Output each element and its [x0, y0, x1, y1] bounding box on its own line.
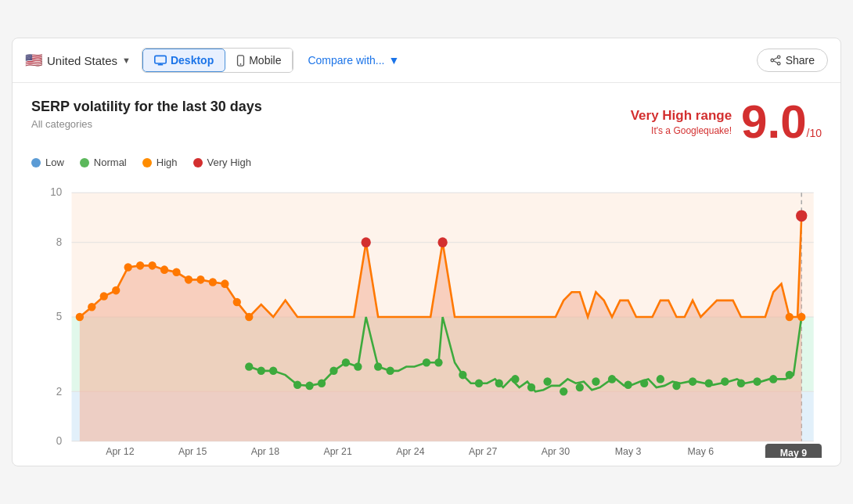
mobile-button[interactable]: Mobile — [225, 49, 293, 72]
score-denom: /10 — [807, 127, 822, 139]
desktop-icon — [154, 55, 167, 66]
legend-normal: Normal — [80, 157, 127, 168]
svg-point-26 — [88, 303, 95, 311]
svg-point-27 — [100, 292, 108, 301]
desktop-button[interactable]: Desktop — [142, 49, 225, 72]
mobile-icon — [236, 55, 245, 67]
volatility-score: Very High range It's a Googlequake! 9.0 … — [631, 99, 822, 146]
svg-point-30 — [136, 261, 144, 270]
svg-text:8: 8 — [56, 236, 62, 248]
svg-point-65 — [608, 375, 616, 383]
score-range: Very High range — [631, 108, 732, 124]
svg-point-44 — [257, 367, 265, 376]
svg-point-29 — [124, 263, 132, 272]
svg-point-59 — [511, 375, 519, 383]
svg-point-39 — [245, 313, 253, 322]
svg-point-36 — [209, 278, 217, 286]
svg-point-55 — [434, 358, 442, 367]
svg-point-33 — [172, 268, 180, 277]
veryhigh-dot — [193, 158, 203, 167]
svg-text:0: 0 — [56, 435, 63, 447]
svg-point-5 — [777, 56, 780, 59]
svg-point-50 — [342, 358, 350, 367]
svg-point-43 — [245, 362, 253, 371]
legend-high-label: High — [157, 157, 178, 168]
country-name: United States — [47, 54, 117, 67]
svg-point-40 — [362, 237, 371, 247]
svg-point-63 — [576, 383, 584, 392]
score-desc: It's a Googlequake! — [631, 125, 732, 136]
svg-text:Apr 18: Apr 18 — [251, 446, 279, 457]
svg-point-62 — [560, 387, 567, 396]
svg-point-37 — [221, 279, 229, 288]
svg-point-34 — [185, 275, 193, 284]
svg-line-9 — [773, 61, 777, 63]
svg-point-51 — [354, 362, 362, 371]
svg-point-76 — [786, 371, 794, 380]
svg-point-31 — [148, 261, 156, 270]
svg-point-38 — [233, 298, 241, 307]
svg-point-66 — [624, 381, 632, 390]
svg-point-46 — [293, 381, 301, 390]
chart-legend: Low Normal High Very High — [31, 157, 822, 168]
legend-veryhigh: Very High — [193, 157, 251, 168]
svg-point-60 — [527, 383, 535, 392]
svg-point-74 — [753, 377, 761, 386]
chart-header: SERP volatility for the last 30 days All… — [31, 99, 822, 146]
mobile-label: Mobile — [249, 54, 281, 67]
legend-normal-label: Normal — [94, 157, 127, 168]
svg-point-78 — [797, 313, 805, 322]
flag-icon: 🇺🇸 — [25, 52, 42, 69]
chart-container: 10 8 5 2 0 — [31, 176, 822, 458]
normal-dot — [80, 158, 89, 167]
svg-text:2: 2 — [56, 385, 62, 397]
svg-point-73 — [737, 379, 745, 387]
share-button[interactable]: Share — [757, 49, 828, 72]
svg-text:Apr 12: Apr 12 — [106, 446, 134, 457]
compare-button[interactable]: Compare with... ▼ — [308, 54, 399, 67]
svg-point-61 — [543, 377, 551, 386]
svg-point-41 — [437, 237, 447, 247]
svg-text:May 6: May 6 — [688, 446, 714, 457]
svg-point-32 — [160, 265, 168, 274]
chevron-compare-icon: ▼ — [388, 54, 399, 67]
chart-svg: 10 8 5 2 0 — [31, 176, 822, 458]
high-dot — [142, 158, 152, 167]
country-selector[interactable]: 🇺🇸 United States ▼ — [25, 52, 131, 69]
svg-point-42 — [796, 210, 807, 221]
svg-point-69 — [672, 382, 680, 391]
device-group: Desktop Mobile — [142, 48, 293, 73]
svg-text:Apr 21: Apr 21 — [323, 446, 351, 457]
svg-point-70 — [689, 377, 696, 386]
share-icon — [770, 55, 781, 66]
svg-text:5: 5 — [56, 311, 62, 322]
svg-point-75 — [769, 375, 777, 383]
svg-point-53 — [386, 367, 394, 376]
svg-point-48 — [318, 379, 326, 387]
svg-point-47 — [305, 382, 313, 391]
svg-point-52 — [374, 362, 382, 371]
svg-point-57 — [475, 379, 483, 387]
svg-text:Apr 24: Apr 24 — [396, 446, 424, 457]
svg-point-4 — [240, 63, 242, 65]
svg-text:Apr 27: Apr 27 — [469, 446, 497, 457]
svg-point-77 — [786, 313, 794, 322]
svg-point-72 — [721, 377, 729, 386]
svg-point-7 — [777, 62, 780, 65]
svg-point-25 — [76, 313, 84, 322]
legend-high: High — [142, 157, 178, 168]
svg-point-71 — [705, 379, 713, 387]
chevron-down-icon: ▼ — [122, 56, 131, 65]
compare-label: Compare with... — [308, 54, 384, 67]
svg-point-58 — [495, 379, 503, 387]
desktop-label: Desktop — [171, 54, 214, 67]
chart-subtitle: All categories — [31, 118, 262, 130]
legend-low-label: Low — [45, 157, 64, 168]
svg-text:10: 10 — [50, 186, 62, 198]
legend-veryhigh-label: Very High — [207, 157, 251, 168]
svg-point-28 — [112, 286, 120, 295]
svg-point-64 — [592, 377, 599, 386]
svg-rect-0 — [155, 56, 166, 63]
svg-text:Apr 30: Apr 30 — [542, 446, 570, 457]
svg-line-8 — [773, 58, 777, 60]
